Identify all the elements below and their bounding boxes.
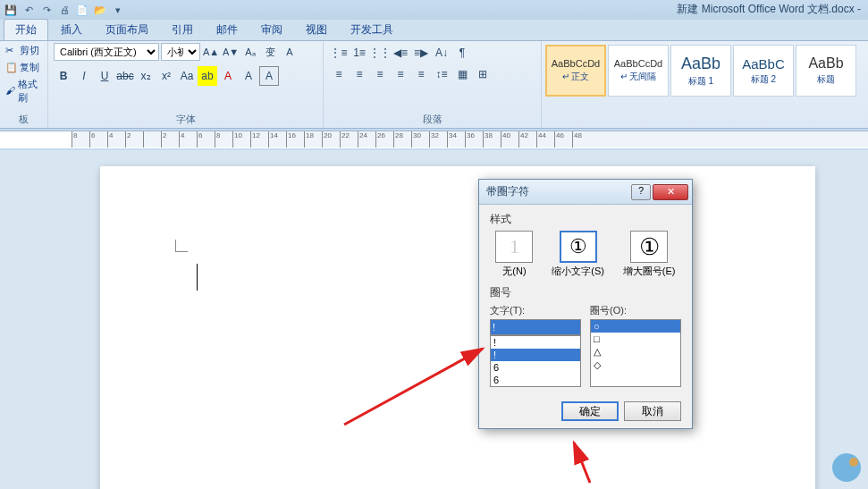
style-heading2[interactable]: AaBbC 标题 2 — [733, 45, 794, 97]
window-title: 新建 Microsoft Office Word 文档.docx - — [677, 2, 861, 17]
shape-item-diamond[interactable]: ◇ — [591, 358, 680, 372]
char-border-button[interactable]: A — [281, 43, 299, 61]
qat-save-icon[interactable]: 💾 — [4, 3, 18, 17]
dialog-titlebar[interactable]: 带圈字符 ? ✕ — [479, 180, 692, 205]
document-page[interactable] — [100, 166, 815, 489]
font-group: Calibri (西文正文) 小初 A▲ A▼ Aₐ 变 A B I U abc… — [48, 41, 324, 128]
dialog-close-button[interactable]: ✕ — [653, 184, 688, 200]
qat-open-icon[interactable]: 📂 — [93, 3, 107, 17]
enclose-char-dialog: 带圈字符 ? ✕ 样式 1 无(N) ① 缩小文字(S) ① 增大圈号(E) 圈… — [478, 179, 693, 429]
grow-font-button[interactable]: A▲ — [202, 43, 220, 61]
qat-undo-icon[interactable]: ↶ — [21, 3, 36, 17]
horizontal-ruler[interactable]: 8642246810121416182022242628303234363840… — [72, 131, 868, 148]
tab-references[interactable]: 引用 — [161, 20, 204, 40]
qat-preview-icon[interactable]: 📄 — [75, 3, 89, 17]
bullets-button[interactable]: ⋮≡ — [329, 43, 349, 63]
cut-button[interactable]: ✂剪切 — [5, 43, 42, 58]
bold-button[interactable]: B — [54, 66, 73, 86]
document-area — [0, 150, 868, 489]
cancel-button[interactable]: 取消 — [624, 401, 681, 421]
style-section-label: 样式 — [490, 212, 681, 227]
tab-mailings[interactable]: 邮件 — [206, 20, 249, 40]
align-right-button[interactable]: ≡ — [370, 64, 390, 84]
char-shading-button[interactable]: A — [239, 66, 258, 86]
style-heading1[interactable]: AaBb 标题 1 — [670, 45, 731, 97]
text-cursor — [197, 264, 198, 291]
tab-developer[interactable]: 开发工具 — [340, 20, 404, 40]
qat-redo-icon[interactable]: ↷ — [39, 3, 54, 17]
superscript-button[interactable]: x² — [156, 66, 176, 86]
style-options: 1 无(N) ① 缩小文字(S) ① 增大圈号(E) — [490, 231, 681, 278]
increase-indent-button[interactable]: ≡▶ — [411, 43, 431, 63]
style-option-shrink[interactable]: ① 缩小文字(S) — [552, 231, 604, 278]
font-size-select[interactable]: 小初 — [161, 43, 200, 61]
text-item-0[interactable]: ! — [491, 336, 580, 349]
svg-point-2 — [832, 453, 861, 482]
copy-icon: 📋 — [5, 62, 18, 74]
qat-new-icon[interactable]: ▾ — [111, 3, 125, 17]
style-option-none[interactable]: 1 无(N) — [495, 231, 533, 278]
shape-item-square[interactable]: □ — [591, 333, 680, 345]
dialog-title: 带圈字符 — [483, 184, 631, 199]
justify-button[interactable]: ≡ — [391, 64, 410, 84]
clear-format-button[interactable]: Aₐ — [241, 43, 259, 61]
borders-button[interactable]: ⊞ — [473, 64, 493, 84]
underline-button[interactable]: U — [95, 66, 114, 86]
style-nospacing[interactable]: AaBbCcDd ↵ 无间隔 — [608, 45, 669, 97]
margin-corner-mark — [175, 240, 188, 252]
shape-list[interactable]: ○ □ △ ◇ — [590, 319, 681, 387]
decrease-indent-button[interactable]: ◀≡ — [391, 43, 410, 63]
font-label: 字体 — [54, 111, 317, 128]
enclose-char-button[interactable]: A — [259, 66, 279, 86]
ribbon: ✂剪切 📋复制 🖌格式刷 板 Calibri (西文正文) 小初 A▲ A▼ A… — [0, 41, 868, 129]
change-case-button[interactable]: Aa — [177, 66, 197, 86]
enclosure-section-label: 圈号 — [490, 285, 681, 300]
text-input[interactable] — [490, 319, 581, 335]
shape-item-circle[interactable]: ○ — [591, 320, 680, 333]
ok-button[interactable]: 确定 — [561, 401, 619, 421]
subscript-button[interactable]: x₂ — [136, 66, 156, 86]
strike-button[interactable]: abc — [115, 66, 135, 86]
paragraph-label: 段落 — [329, 111, 535, 128]
text-list[interactable]: ! ! 6 6 — [490, 335, 581, 387]
tab-view[interactable]: 视图 — [295, 20, 338, 40]
tab-review[interactable]: 审阅 — [250, 20, 293, 40]
sort-button[interactable]: A↓ — [432, 43, 451, 63]
copy-button[interactable]: 📋复制 — [5, 60, 42, 75]
clipboard-label: 板 — [5, 111, 42, 128]
shape-item-triangle[interactable]: △ — [591, 345, 680, 358]
style-title[interactable]: AaBb 标题 — [796, 45, 856, 97]
tab-home[interactable]: 开始 — [4, 19, 48, 40]
tab-layout[interactable]: 页面布局 — [95, 20, 159, 40]
style-option-enlarge[interactable]: ① 增大圈号(E) — [623, 231, 676, 278]
shrink-font-button[interactable]: A▼ — [222, 43, 240, 61]
shape-field-label: 圈号(O): — [590, 304, 681, 317]
numbering-button[interactable]: 1≡ — [350, 43, 369, 63]
shading-button[interactable]: ▦ — [452, 64, 472, 84]
format-painter-button[interactable]: 🖌格式刷 — [5, 77, 42, 105]
align-center-button[interactable]: ≡ — [350, 64, 369, 84]
qat-print-icon[interactable]: 🖨 — [57, 3, 72, 17]
ribbon-tabs: 开始 插入 页面布局 引用 邮件 审阅 视图 开发工具 — [0, 20, 868, 41]
dialog-help-button[interactable]: ? — [631, 184, 651, 200]
multilevel-button[interactable]: ⋮⋮ — [370, 43, 390, 63]
highlight-button[interactable]: ab — [198, 66, 217, 86]
font-name-select[interactable]: Calibri (西文正文) — [54, 43, 159, 61]
show-marks-button[interactable]: ¶ — [452, 43, 472, 63]
paragraph-group: ⋮≡ 1≡ ⋮⋮ ◀≡ ≡▶ A↓ ¶ ≡ ≡ ≡ ≡ ≡ ↕≡ ▦ ⊞ 段落 — [324, 41, 542, 128]
align-left-button[interactable]: ≡ — [329, 64, 349, 84]
font-color-button[interactable]: A — [218, 66, 238, 86]
brush-icon: 🖌 — [5, 85, 16, 97]
distributed-button[interactable]: ≡ — [411, 64, 431, 84]
text-item-1[interactable]: ! — [491, 349, 580, 361]
watermark-icon — [829, 450, 864, 485]
phonetic-button[interactable]: 变 — [261, 43, 279, 61]
text-item-2[interactable]: 6 — [491, 361, 580, 374]
scissors-icon: ✂ — [5, 45, 18, 57]
line-spacing-button[interactable]: ↕≡ — [432, 64, 451, 84]
style-normal[interactable]: AaBbCcDd ↵ 正文 — [545, 45, 606, 97]
tab-insert[interactable]: 插入 — [50, 20, 93, 40]
text-item-3[interactable]: 6 — [491, 374, 580, 386]
text-field-label: 文字(T): — [490, 304, 581, 317]
italic-button[interactable]: I — [74, 66, 94, 86]
